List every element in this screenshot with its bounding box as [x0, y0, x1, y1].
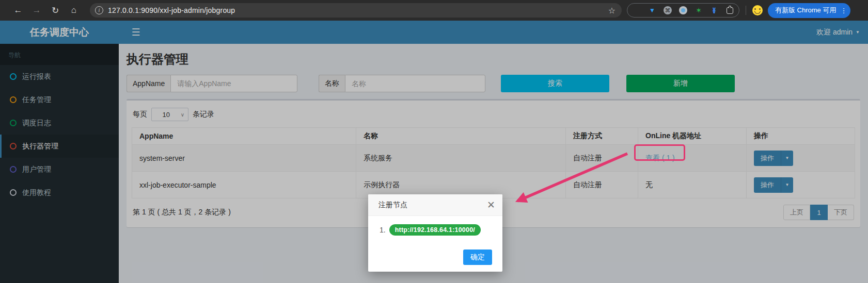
back-icon[interactable]: ←	[11, 4, 25, 17]
annotation-arrow	[491, 138, 645, 215]
reload-icon[interactable]: ↻	[49, 4, 62, 17]
modal-body: 1. http://192.168.64.1:10000/	[368, 216, 502, 236]
extensions-puzzle-icon[interactable]	[725, 6, 734, 14]
registry-nodes-modal: 注册节点 ✕ 1. http://192.168.64.1:10000/ 确定	[368, 194, 502, 272]
kebab-menu-icon[interactable]: ⋮	[840, 7, 846, 14]
extensions-group: ▼ ⌘ ✶ ∨∨	[627, 3, 739, 18]
url-text[interactable]: 127.0.0.1:9090/xxl-job-admin/jobgroup	[108, 6, 235, 14]
chrome-update-button[interactable]: 有新版 Chrome 可用 ⋮	[768, 3, 850, 18]
command-icon[interactable]: ⌘	[664, 6, 672, 14]
toolbar-divider	[746, 6, 746, 15]
forward-icon[interactable]: →	[30, 4, 43, 17]
apps-grid-icon[interactable]	[633, 6, 641, 14]
record-dot-icon[interactable]	[679, 6, 687, 14]
double-chevron-icon[interactable]: ∨∨	[710, 6, 718, 14]
home-icon[interactable]: ⌂	[67, 4, 81, 17]
info-icon[interactable]: i	[95, 6, 103, 14]
chrome-update-label: 有新版 Chrome 可用	[775, 6, 836, 15]
browser-toolbar: ← → ↻ ⌂ i 127.0.0.1:9090/xxl-job-admin/j…	[0, 0, 868, 21]
modal-header: 注册节点 ✕	[368, 194, 502, 216]
green-star-icon[interactable]: ✶	[695, 6, 703, 14]
avatar-emoji-icon[interactable]	[752, 5, 763, 15]
node-index: 1.	[380, 226, 386, 234]
confirm-button[interactable]: 确定	[463, 249, 492, 265]
address-bar[interactable]: i 127.0.0.1:9090/xxl-job-admin/jobgroup …	[90, 3, 622, 18]
pin-drop-icon[interactable]: ▼	[648, 6, 656, 14]
screenshot-root: ← → ↻ ⌂ i 127.0.0.1:9090/xxl-job-admin/j…	[0, 0, 868, 283]
modal-title: 注册节点	[378, 201, 487, 210]
node-url-badge: http://192.168.64.1:10000/	[389, 224, 481, 236]
bookmark-star-icon[interactable]: ☆	[608, 6, 616, 15]
